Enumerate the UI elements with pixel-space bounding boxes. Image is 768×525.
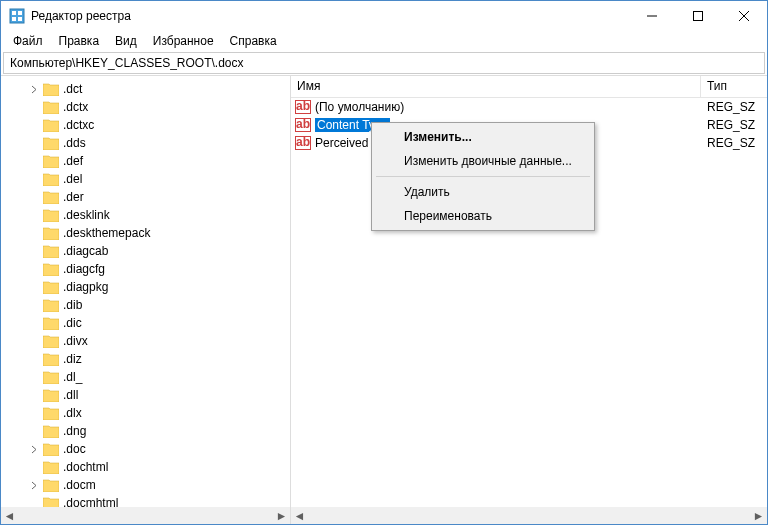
folder-icon: [43, 209, 59, 222]
tree-item[interactable]: .doc: [1, 440, 290, 458]
tree-item[interactable]: .desklink: [1, 206, 290, 224]
tree-item-label: .deskthemepack: [63, 226, 150, 240]
menubar: Файл Правка Вид Избранное Справка: [1, 31, 767, 51]
tree-item[interactable]: .dll: [1, 386, 290, 404]
close-button[interactable]: [721, 1, 767, 31]
tree-item[interactable]: .dl_: [1, 368, 290, 386]
tree-item[interactable]: .diz: [1, 350, 290, 368]
string-value-icon: ab: [295, 136, 311, 150]
tree-item[interactable]: .dctxc: [1, 116, 290, 134]
folder-icon: [43, 353, 59, 366]
svg-rect-4: [18, 17, 22, 21]
menu-file[interactable]: Файл: [5, 32, 51, 50]
menu-favorites[interactable]: Избранное: [145, 32, 222, 50]
tree-item[interactable]: .diagpkg: [1, 278, 290, 296]
column-type[interactable]: Тип: [701, 76, 767, 97]
tree-item-label: .dds: [63, 136, 86, 150]
tree-item-label: .doc: [63, 442, 86, 456]
tree-item[interactable]: .dlx: [1, 404, 290, 422]
folder-icon: [43, 227, 59, 240]
ctx-modify[interactable]: Изменить...: [374, 125, 592, 149]
list-hscroll[interactable]: ◄ ►: [291, 507, 767, 524]
tree-item-label: .dlx: [63, 406, 82, 420]
tree-item[interactable]: .def: [1, 152, 290, 170]
svg-text:ab: ab: [296, 100, 310, 113]
window-title: Редактор реестра: [31, 9, 629, 23]
column-name[interactable]: Имя: [291, 76, 701, 97]
maximize-button[interactable]: [675, 1, 721, 31]
tree-item-label: .diagcab: [63, 244, 108, 258]
tree-item-label: .diagpkg: [63, 280, 108, 294]
bottom-scrollbars: ◄ ► ◄ ►: [1, 507, 767, 524]
tree-item[interactable]: .dds: [1, 134, 290, 152]
tree-item[interactable]: .dctx: [1, 98, 290, 116]
tree-item[interactable]: .dct: [1, 80, 290, 98]
folder-icon: [43, 443, 59, 456]
tree-item-label: .docmhtml: [63, 496, 118, 507]
list-header: Имя Тип: [291, 76, 767, 98]
ctx-rename[interactable]: Переименовать: [374, 204, 592, 228]
scroll-right-icon[interactable]: ►: [273, 507, 290, 524]
folder-icon: [43, 497, 59, 508]
svg-text:ab: ab: [296, 118, 310, 131]
value-type: REG_SZ: [707, 100, 767, 114]
tree-item[interactable]: .der: [1, 188, 290, 206]
ctx-delete[interactable]: Удалить: [374, 180, 592, 204]
tree-item[interactable]: .diagcfg: [1, 260, 290, 278]
titlebar: Редактор реестра: [1, 1, 767, 31]
ctx-modify-binary[interactable]: Изменить двоичные данные...: [374, 149, 592, 173]
tree-item[interactable]: .del: [1, 170, 290, 188]
tree-item[interactable]: .dng: [1, 422, 290, 440]
tree-item[interactable]: .dib: [1, 296, 290, 314]
svg-rect-1: [12, 11, 16, 15]
list-body[interactable]: ab (По умолчанию) REG_SZ ab Content Type…: [291, 98, 767, 507]
tree-item-label: .dic: [63, 316, 82, 330]
tree-item-label: .dochtml: [63, 460, 108, 474]
expand-icon[interactable]: [29, 444, 40, 455]
scroll-left-icon[interactable]: ◄: [291, 507, 308, 524]
folder-icon: [43, 83, 59, 96]
expand-icon[interactable]: [29, 84, 40, 95]
expand-icon[interactable]: [29, 480, 40, 491]
folder-icon: [43, 137, 59, 150]
folder-icon: [43, 479, 59, 492]
tree-item[interactable]: .divx: [1, 332, 290, 350]
tree-hscroll[interactable]: ◄ ►: [1, 507, 291, 524]
folder-icon: [43, 101, 59, 114]
folder-icon: [43, 155, 59, 168]
content-area: .dct.dctx.dctxc.dds.def.del.der.desklink…: [1, 75, 767, 507]
app-icon: [9, 8, 25, 24]
tree-item-label: .dct: [63, 82, 82, 96]
folder-icon: [43, 371, 59, 384]
address-bar[interactable]: Компьютер\HKEY_CLASSES_ROOT\.docx: [3, 52, 765, 74]
tree-item[interactable]: .dic: [1, 314, 290, 332]
menu-edit[interactable]: Правка: [51, 32, 108, 50]
scroll-right-icon[interactable]: ►: [750, 507, 767, 524]
tree-item-label: .docm: [63, 478, 96, 492]
list-row[interactable]: ab (По умолчанию) REG_SZ: [291, 98, 767, 116]
value-type: REG_SZ: [707, 136, 767, 150]
tree-item-label: .dl_: [63, 370, 82, 384]
tree-pane[interactable]: .dct.dctx.dctxc.dds.def.del.der.desklink…: [1, 76, 291, 507]
folder-icon: [43, 281, 59, 294]
tree-item[interactable]: .dochtml: [1, 458, 290, 476]
svg-text:ab: ab: [296, 136, 310, 149]
tree-item-label: .diz: [63, 352, 82, 366]
menu-help[interactable]: Справка: [222, 32, 285, 50]
tree-item[interactable]: .docm: [1, 476, 290, 494]
tree-item-label: .dng: [63, 424, 86, 438]
value-name: (По умолчанию): [315, 100, 404, 114]
menu-view[interactable]: Вид: [107, 32, 145, 50]
tree-item-label: .del: [63, 172, 82, 186]
svg-rect-6: [694, 12, 703, 21]
folder-icon: [43, 173, 59, 186]
folder-icon: [43, 299, 59, 312]
tree-item[interactable]: .diagcab: [1, 242, 290, 260]
scroll-left-icon[interactable]: ◄: [1, 507, 18, 524]
minimize-button[interactable]: [629, 1, 675, 31]
context-menu: Изменить... Изменить двоичные данные... …: [371, 122, 595, 231]
tree-item[interactable]: .docmhtml: [1, 494, 290, 507]
string-value-icon: ab: [295, 118, 311, 132]
tree-item[interactable]: .deskthemepack: [1, 224, 290, 242]
folder-icon: [43, 317, 59, 330]
